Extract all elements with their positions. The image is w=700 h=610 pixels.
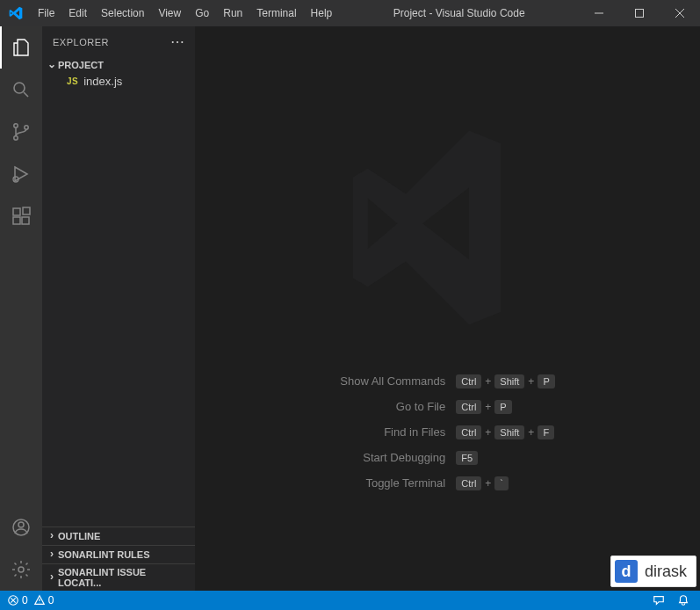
shortcut-label: Go to File <box>340 394 456 419</box>
sidebar-title: EXPLORER <box>53 37 109 47</box>
editor-area: Show All CommandsCtrl+Shift+P Go to File… <box>195 26 700 591</box>
shortcut-label: Start Debugging <box>340 445 456 470</box>
folder-label: PROJECT <box>58 60 104 70</box>
svg-rect-9 <box>23 207 30 214</box>
svg-point-2 <box>14 124 18 127</box>
dirask-label: dirask <box>645 563 687 581</box>
chevron-down-icon: ⌄ <box>46 58 58 70</box>
dirask-watermark: d dirask <box>610 556 696 587</box>
status-errors[interactable]: 0 <box>7 594 28 606</box>
status-notifications[interactable] <box>677 594 689 606</box>
activity-search[interactable] <box>0 69 42 111</box>
shortcut-label: Show All Commands <box>340 368 456 394</box>
chevron-right-icon: › <box>46 529 58 541</box>
chevron-right-icon: › <box>46 548 58 560</box>
status-feedback[interactable] <box>653 594 665 606</box>
status-warnings[interactable]: 0 <box>33 594 54 606</box>
status-bar: 0 0 <box>0 591 700 610</box>
gear-icon <box>11 559 32 580</box>
file-index-js[interactable]: JS index.js <box>42 73 195 90</box>
svg-point-11 <box>18 522 24 527</box>
svg-point-12 <box>18 567 24 572</box>
activity-extensions[interactable] <box>0 195 42 237</box>
warning-count: 0 <box>48 594 54 606</box>
shortcut-keys: Ctrl+Shift+F <box>456 419 555 445</box>
shortcut-keys: Ctrl+` <box>456 470 555 496</box>
branch-icon <box>11 121 32 142</box>
files-icon <box>11 37 32 58</box>
error-count: 0 <box>22 594 28 606</box>
shortcut-label: Find in Files <box>340 419 456 445</box>
play-bug-icon <box>11 163 32 185</box>
search-icon <box>11 79 32 100</box>
svg-rect-8 <box>22 217 29 224</box>
section-sonarlint-rules[interactable]: › SONARLINT RULES <box>42 545 195 563</box>
vscode-watermark-icon <box>343 122 553 333</box>
dirask-logo-icon: d <box>615 560 638 583</box>
folder-project[interactable]: ⌄ PROJECT <box>42 57 195 73</box>
menu-view[interactable]: View <box>151 7 188 19</box>
maximize-button[interactable] <box>619 0 660 26</box>
warning-icon <box>33 594 46 606</box>
window-title: Project - Visual Studio Code <box>339 7 579 19</box>
vscode-logo-icon <box>0 6 31 20</box>
menu-go[interactable]: Go <box>188 7 216 19</box>
menu-help[interactable]: Help <box>304 7 340 19</box>
js-file-icon: JS <box>67 76 78 86</box>
feedback-icon <box>653 594 665 606</box>
file-label: index.js <box>83 75 122 88</box>
shortcut-keys: Ctrl+P <box>456 394 555 419</box>
section-outline[interactable]: › OUTLINE <box>42 526 195 545</box>
sidebar-more-icon[interactable]: ⋯ <box>170 33 185 50</box>
section-label: SONARLINT ISSUE LOCATI... <box>58 567 191 588</box>
welcome-shortcuts: Show All CommandsCtrl+Shift+P Go to File… <box>340 368 554 496</box>
titlebar: File Edit Selection View Go Run Terminal… <box>0 0 700 26</box>
extensions-icon <box>11 206 32 227</box>
sidebar-header: EXPLORER ⋯ <box>42 26 195 57</box>
activity-accounts[interactable] <box>0 506 42 548</box>
svg-rect-7 <box>13 217 20 224</box>
menu-edit[interactable]: Edit <box>61 7 94 19</box>
window-controls <box>579 0 700 26</box>
chevron-right-icon: › <box>46 570 58 583</box>
menu-selection[interactable]: Selection <box>94 7 151 19</box>
section-label: OUTLINE <box>58 531 100 541</box>
activity-settings[interactable] <box>0 548 42 591</box>
bell-icon <box>677 594 689 606</box>
error-icon <box>7 594 19 606</box>
shortcut-keys: F5 <box>456 445 555 470</box>
activity-explorer[interactable] <box>0 26 42 69</box>
minimize-button[interactable] <box>579 0 619 26</box>
activity-source-control[interactable] <box>0 111 42 153</box>
shortcut-label: Toggle Terminal <box>340 470 456 496</box>
activity-run-debug[interactable] <box>0 153 42 195</box>
svg-point-3 <box>14 136 18 140</box>
section-sonarlint-issues[interactable]: › SONARLINT ISSUE LOCATI... <box>42 563 195 591</box>
section-label: SONARLINT RULES <box>58 549 150 560</box>
menu-terminal[interactable]: Terminal <box>249 7 303 19</box>
menu-bar: File Edit Selection View Go Run Terminal… <box>31 7 339 19</box>
menu-run[interactable]: Run <box>216 7 249 19</box>
account-icon <box>11 517 32 538</box>
svg-point-1 <box>14 83 25 93</box>
svg-rect-0 <box>636 10 644 18</box>
close-button[interactable] <box>660 0 700 26</box>
sidebar: EXPLORER ⋯ ⌄ PROJECT JS index.js › OUTLI… <box>42 26 195 591</box>
shortcut-keys: Ctrl+Shift+P <box>456 368 555 394</box>
svg-rect-6 <box>13 208 20 215</box>
activity-bar <box>0 26 42 591</box>
menu-file[interactable]: File <box>31 7 61 19</box>
svg-point-4 <box>25 126 28 129</box>
